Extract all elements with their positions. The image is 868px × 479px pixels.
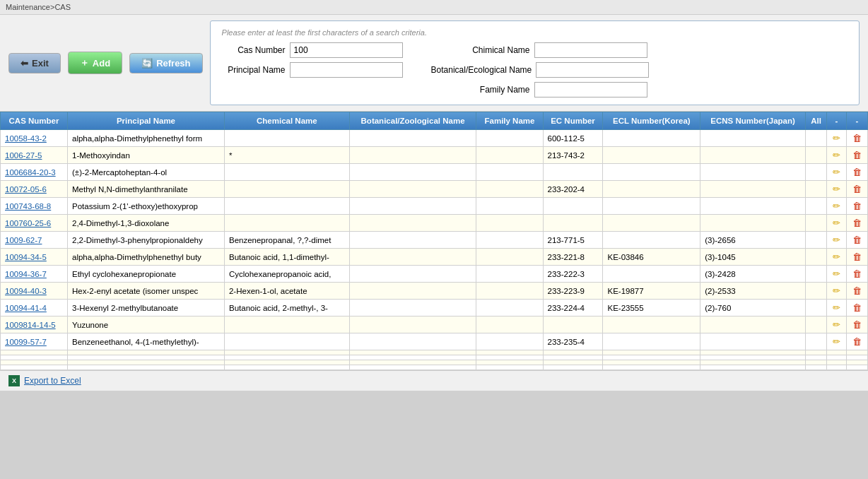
cell-cas[interactable]: 100760-25-6 — [1, 215, 68, 232]
delete-button[interactable]: 🗑 — [851, 268, 863, 280]
delete-button[interactable]: 🗑 — [851, 183, 863, 195]
delete-button[interactable]: 🗑 — [851, 336, 863, 348]
cell-cas[interactable]: 1006-27-5 — [1, 147, 68, 164]
cell-delete[interactable]: 🗑 — [847, 164, 868, 181]
cas-link[interactable]: 10058-43-2 — [5, 134, 47, 143]
family-input[interactable] — [534, 82, 647, 97]
cell-all — [806, 300, 827, 317]
cell-edit[interactable]: ✏ — [827, 164, 847, 181]
edit-button[interactable]: ✏ — [831, 200, 842, 212]
delete-button[interactable]: 🗑 — [851, 285, 863, 297]
cell-delete[interactable]: 🗑 — [847, 215, 868, 232]
edit-button[interactable]: ✏ — [831, 285, 842, 297]
delete-button[interactable]: 🗑 — [851, 149, 863, 161]
col-family-name: Family Name — [476, 112, 543, 130]
add-button[interactable]: ＋ Add — [68, 52, 122, 74]
cas-link[interactable]: 10094-36-7 — [5, 270, 47, 278]
cell-ec — [543, 164, 603, 181]
cell-edit[interactable]: ✏ — [827, 215, 847, 232]
cell-delete[interactable]: 🗑 — [847, 333, 868, 350]
cell-cas[interactable]: 10094-40-3 — [1, 283, 68, 300]
cas-link[interactable]: 1006684-20-3 — [5, 168, 56, 177]
cell-cas[interactable]: 10094-36-7 — [1, 266, 68, 283]
cell-delete[interactable]: 🗑 — [847, 266, 868, 283]
table-row: 10094-40-3Hex-2-enyl acetate (isomer uns… — [1, 283, 868, 300]
delete-button[interactable]: 🗑 — [851, 302, 863, 314]
exit-button[interactable]: ⬅ Exit — [8, 53, 61, 73]
cas-link[interactable]: 10094-40-3 — [5, 287, 47, 295]
cas-link[interactable]: 10072-05-6 — [5, 185, 47, 194]
cell-edit[interactable]: ✏ — [827, 300, 847, 317]
cell-all — [806, 317, 827, 333]
delete-button[interactable]: 🗑 — [851, 234, 863, 246]
export-excel-link[interactable]: Export to Excel — [24, 376, 81, 386]
cell-cas[interactable]: 1006684-20-3 — [1, 164, 68, 181]
cas-link[interactable]: 1009814-14-5 — [5, 321, 56, 329]
cell-delete[interactable]: 🗑 — [847, 147, 868, 164]
cell-cas[interactable]: 10094-41-4 — [1, 300, 68, 317]
cell-delete[interactable]: 🗑 — [847, 130, 868, 147]
delete-button[interactable]: 🗑 — [851, 319, 863, 331]
delete-button[interactable]: 🗑 — [851, 217, 863, 229]
cell-edit[interactable]: ✏ — [827, 333, 847, 350]
cas-link[interactable]: 10099-57-7 — [5, 338, 47, 346]
delete-button[interactable]: 🗑 — [851, 251, 863, 263]
edit-button[interactable]: ✏ — [831, 336, 842, 348]
cell-cas[interactable]: 100743-68-8 — [1, 198, 68, 215]
cell-cas[interactable]: 1009-62-7 — [1, 232, 68, 249]
cas-link[interactable]: 100760-25-6 — [5, 219, 51, 227]
edit-button[interactable]: ✏ — [831, 183, 842, 195]
cell-edit[interactable]: ✏ — [827, 249, 847, 266]
cell-cas[interactable]: 10094-34-5 — [1, 249, 68, 266]
search-hint: Please enter at least the first characte… — [222, 28, 848, 37]
edit-button[interactable]: ✏ — [831, 132, 842, 144]
cell-edit[interactable]: ✏ — [827, 266, 847, 283]
edit-button[interactable]: ✏ — [831, 302, 842, 314]
cell-cas[interactable]: 10099-57-7 — [1, 333, 68, 350]
table-row — [1, 360, 868, 365]
cell-ec — [543, 355, 603, 360]
cell-edit[interactable]: ✏ — [827, 283, 847, 300]
cell-chemical — [224, 130, 349, 147]
cell-edit[interactable]: ✏ — [827, 198, 847, 215]
cell-edit[interactable]: ✏ — [827, 232, 847, 249]
cell-edit[interactable]: ✏ — [827, 181, 847, 198]
cell-edit[interactable]: ✏ — [827, 317, 847, 333]
cell-delete[interactable]: 🗑 — [847, 249, 868, 266]
botanical-input[interactable] — [536, 62, 649, 78]
cas-number-input[interactable] — [290, 42, 403, 58]
cas-link[interactable]: 1006-27-5 — [5, 151, 42, 160]
delete-button[interactable]: 🗑 — [851, 166, 863, 178]
edit-button[interactable]: ✏ — [831, 268, 842, 280]
cell-ecl — [603, 164, 700, 181]
delete-button[interactable]: 🗑 — [851, 200, 863, 212]
cell-edit[interactable]: ✏ — [827, 130, 847, 147]
cell-cas[interactable]: 10058-43-2 — [1, 130, 68, 147]
cell-cas[interactable]: 10072-05-6 — [1, 181, 68, 198]
edit-button[interactable]: ✏ — [831, 234, 842, 246]
cell-delete[interactable]: 🗑 — [847, 181, 868, 198]
refresh-icon: 🔄 — [141, 58, 153, 69]
edit-button[interactable]: ✏ — [831, 319, 842, 331]
edit-button[interactable]: ✏ — [831, 251, 842, 263]
cell-ecns — [700, 350, 806, 355]
cell-delete[interactable]: 🗑 — [847, 317, 868, 333]
cell-edit[interactable]: ✏ — [827, 147, 847, 164]
cell-delete[interactable]: 🗑 — [847, 232, 868, 249]
chimical-name-input[interactable] — [534, 42, 647, 58]
cas-link[interactable]: 1009-62-7 — [5, 236, 42, 244]
edit-button[interactable]: ✏ — [831, 166, 842, 178]
cell-delete[interactable]: 🗑 — [847, 300, 868, 317]
cell-delete[interactable]: 🗑 — [847, 283, 868, 300]
cell-delete[interactable]: 🗑 — [847, 198, 868, 215]
table-container[interactable]: CAS Number Principal Name Chemical Name … — [0, 112, 868, 370]
edit-button[interactable]: ✏ — [831, 149, 842, 161]
cas-link[interactable]: 10094-41-4 — [5, 304, 47, 312]
principal-name-input[interactable] — [290, 62, 403, 78]
cas-link[interactable]: 10094-34-5 — [5, 253, 47, 261]
refresh-button[interactable]: 🔄 Refresh — [129, 53, 202, 73]
delete-button[interactable]: 🗑 — [851, 132, 863, 144]
cas-link[interactable]: 100743-68-8 — [5, 202, 51, 211]
cell-cas[interactable]: 1009814-14-5 — [1, 317, 68, 333]
edit-button[interactable]: ✏ — [831, 217, 842, 229]
